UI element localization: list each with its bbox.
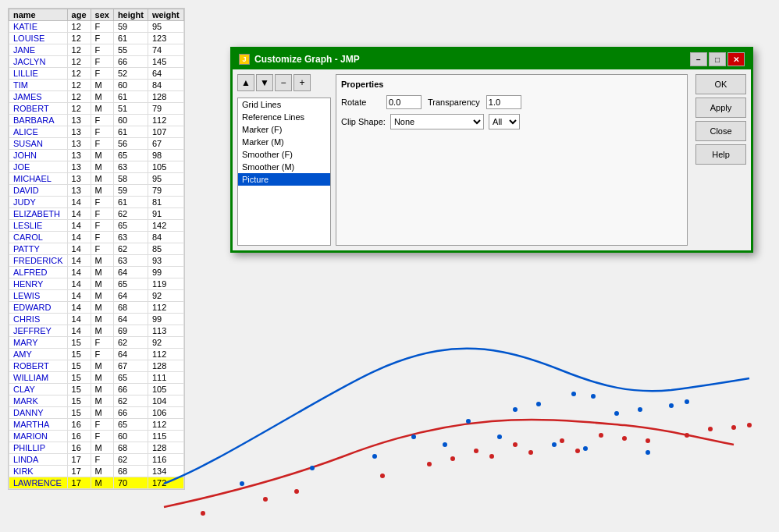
scatter-plot xyxy=(141,257,765,530)
remove-button[interactable]: − xyxy=(275,74,292,91)
all-select[interactable]: All F M xyxy=(489,114,520,129)
col-header-height: height xyxy=(113,9,148,21)
cell-age: 14 xyxy=(67,232,91,243)
cell-age: 17 xyxy=(67,454,91,466)
table-row[interactable]: ALICE13F61107 xyxy=(9,126,184,138)
cell-name: MARION xyxy=(9,431,68,442)
dialog-close-button[interactable]: ✕ xyxy=(727,52,745,66)
move-down-button[interactable]: ▼ xyxy=(256,74,273,91)
table-row[interactable]: DAVID13M5979 xyxy=(9,185,184,197)
cell-sex: F xyxy=(91,138,113,150)
cell-sex: M xyxy=(91,267,113,278)
cell-age: 15 xyxy=(67,395,91,407)
table-row[interactable]: ROBERT12M5179 xyxy=(9,103,184,115)
cell-sex: M xyxy=(91,466,113,477)
table-row[interactable]: JOE13M63105 xyxy=(9,161,184,173)
add-button[interactable]: + xyxy=(293,74,311,91)
ok-button[interactable]: OK xyxy=(695,74,746,94)
cell-age: 14 xyxy=(67,220,91,232)
cell-sex: F xyxy=(91,33,113,44)
cell-sex: M xyxy=(91,360,113,372)
svg-point-34 xyxy=(380,473,385,478)
cell-weight: 64 xyxy=(148,68,183,80)
close-dialog-button[interactable]: Close xyxy=(695,121,746,141)
svg-point-11 xyxy=(497,434,502,439)
table-row[interactable]: TIM12M6084 xyxy=(9,80,184,91)
table-row[interactable]: JACLYN12F66145 xyxy=(9,56,184,68)
svg-point-15 xyxy=(372,454,377,459)
table-row[interactable]: LESLIE14F65142 xyxy=(9,220,184,232)
move-up-button[interactable]: ▲ xyxy=(237,74,254,91)
table-row[interactable]: LILLIE12F5264 xyxy=(9,68,184,80)
cell-name: DANNY xyxy=(9,407,68,419)
cell-name: CLAY xyxy=(9,384,68,395)
svg-point-35 xyxy=(263,497,268,502)
cell-sex: F xyxy=(91,232,113,243)
rotate-label: Rotate xyxy=(341,98,380,107)
list-item-marker-m[interactable]: Marker (M) xyxy=(238,136,330,148)
table-row[interactable]: KATIE12F5995 xyxy=(9,21,184,33)
cell-name: LEWIS xyxy=(9,290,68,302)
cell-name: MARK xyxy=(9,395,68,407)
table-row[interactable]: CAROL14F6384 xyxy=(9,232,184,243)
table-row[interactable]: LOUISE12F61123 xyxy=(9,33,184,44)
cell-weight: 98 xyxy=(148,150,183,161)
cell-age: 13 xyxy=(67,161,91,173)
table-row[interactable]: ELIZABETH14F6291 xyxy=(9,208,184,220)
svg-point-7 xyxy=(669,403,674,408)
table-row[interactable]: PATTY14F6285 xyxy=(9,243,184,255)
list-item-picture[interactable]: Picture xyxy=(238,173,330,186)
clip-shape-label: Clip Shape: xyxy=(341,117,386,126)
dialog-icon: J xyxy=(239,54,250,65)
rotate-input[interactable] xyxy=(386,95,422,109)
svg-point-29 xyxy=(747,423,752,427)
clip-shape-select[interactable]: None Circle Square xyxy=(390,114,484,129)
list-item-smoother-m[interactable]: Smoother (M) xyxy=(238,161,330,173)
cell-name: LOUISE xyxy=(9,33,68,44)
svg-point-18 xyxy=(427,462,432,466)
table-row[interactable]: JUDY14F6181 xyxy=(9,197,184,208)
svg-point-4 xyxy=(591,394,596,399)
cell-height: 59 xyxy=(113,185,148,197)
svg-point-10 xyxy=(443,442,447,447)
cell-age: 14 xyxy=(67,255,91,267)
transparency-input[interactable] xyxy=(486,95,521,109)
cell-sex: M xyxy=(91,91,113,103)
svg-point-25 xyxy=(646,438,650,443)
cell-sex: M xyxy=(91,325,113,337)
help-button[interactable]: Help xyxy=(695,144,746,165)
cell-height: 63 xyxy=(113,232,148,243)
table-row[interactable]: JOHN13M6598 xyxy=(9,150,184,161)
minimize-button[interactable]: − xyxy=(690,52,707,66)
list-item-grid-lines[interactable]: Grid Lines xyxy=(238,98,330,111)
cell-sex: F xyxy=(91,419,113,431)
svg-point-22 xyxy=(560,438,564,443)
list-item-marker-f[interactable]: Marker (F) xyxy=(238,123,330,136)
cell-age: 15 xyxy=(67,407,91,419)
arrow-buttons: ▲ ▼ − + xyxy=(237,74,331,91)
cell-age: 13 xyxy=(67,173,91,185)
table-row[interactable]: JAMES12M61128 xyxy=(9,91,184,103)
maximize-button[interactable]: □ xyxy=(709,52,726,66)
apply-button[interactable]: Apply xyxy=(695,98,746,118)
cell-age: 12 xyxy=(67,91,91,103)
cell-age: 16 xyxy=(67,419,91,431)
table-row[interactable]: JANE12F5574 xyxy=(9,44,184,56)
cell-sex: F xyxy=(91,197,113,208)
cell-sex: F xyxy=(91,56,113,68)
cell-height: 62 xyxy=(113,208,148,220)
list-item-reference-lines[interactable]: Reference Lines xyxy=(238,111,330,123)
table-row[interactable]: SUSAN13F5667 xyxy=(9,138,184,150)
svg-point-30 xyxy=(489,454,494,459)
table-row[interactable]: BARBARA13F60112 xyxy=(9,115,184,126)
cell-name: JACLYN xyxy=(9,56,68,68)
cell-height: 61 xyxy=(113,126,148,138)
cell-height: 66 xyxy=(113,56,148,68)
table-row[interactable]: MICHAEL13M5895 xyxy=(9,173,184,185)
svg-point-33 xyxy=(294,489,299,494)
svg-point-1 xyxy=(513,407,518,412)
properties-title: Properties xyxy=(341,80,682,89)
item-list[interactable]: Grid LinesReference LinesMarker (F)Marke… xyxy=(237,98,331,246)
list-item-smoother-f[interactable]: Smoother (F) xyxy=(238,148,330,161)
cell-sex: F xyxy=(91,220,113,232)
